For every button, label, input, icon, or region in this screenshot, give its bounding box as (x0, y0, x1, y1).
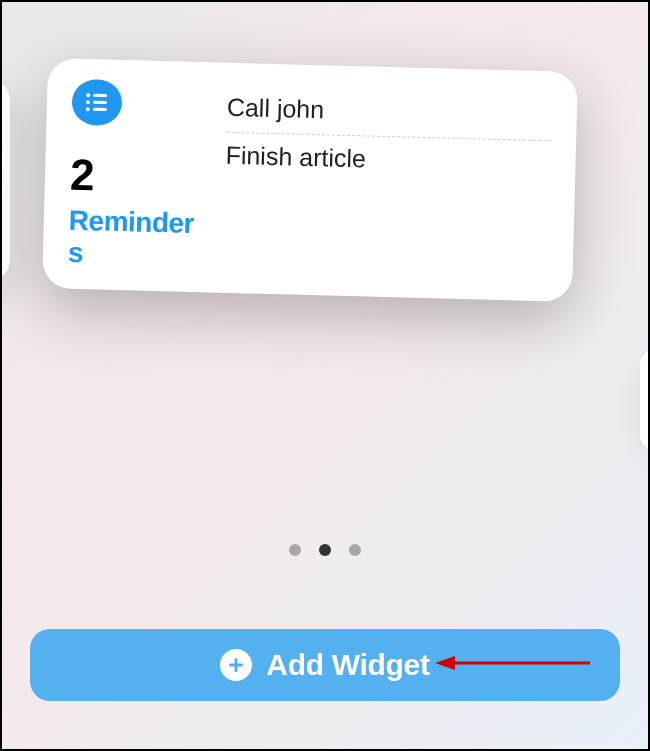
page-dot-active[interactable] (319, 544, 331, 556)
add-widget-label: Add Widget (266, 648, 429, 682)
reminders-label: Reminders (68, 204, 205, 272)
reminders-widget[interactable]: 2 Reminders Call john Finish article (42, 58, 578, 302)
page-dot[interactable] (349, 544, 361, 556)
reminder-item: Finish article (225, 133, 551, 188)
widget-peek-left[interactable] (0, 80, 10, 280)
widget-items: Call john Finish article (223, 83, 553, 281)
reminders-list-icon (71, 79, 122, 126)
svg-rect-5 (93, 108, 107, 111)
page-indicator[interactable] (289, 544, 361, 556)
widget-summary: 2 Reminders (68, 79, 208, 272)
svg-rect-3 (93, 101, 107, 104)
add-widget-button[interactable]: Add Widget (30, 629, 620, 701)
svg-rect-7 (229, 664, 243, 667)
svg-rect-1 (93, 94, 107, 97)
widget-peek-right[interactable] (640, 350, 650, 450)
svg-point-0 (86, 93, 90, 97)
svg-point-2 (86, 100, 90, 104)
reminder-item: Call john (226, 85, 552, 141)
page-dot[interactable] (289, 544, 301, 556)
plus-icon (220, 649, 252, 681)
svg-point-4 (86, 107, 90, 111)
reminders-count: 2 (69, 152, 205, 200)
